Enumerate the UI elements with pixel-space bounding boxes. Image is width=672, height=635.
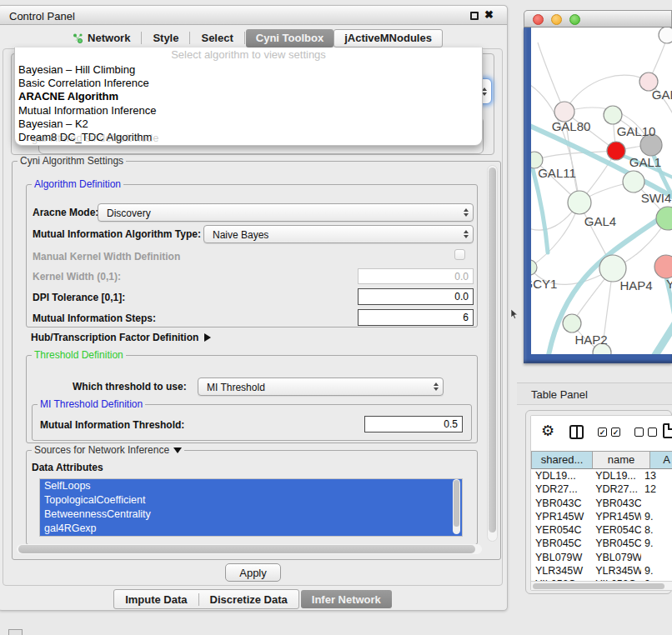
table-body: YDL19...YDL19...13YDR27...YDR27...12YBR0… [531,469,672,582]
tab-strip: NetworkStyleSelectCyni ToolboxjActiveMNo… [0,28,505,48]
settings-horizontal-scrollbar[interactable] [17,544,482,554]
table-row[interactable]: YBR045CYBR045C9. [531,537,672,550]
table-cell: 9. [641,510,672,523]
table-cell: YPR145W [588,510,641,523]
collapse-arrow-icon [173,448,182,453]
network-canvas[interactable]: GAL8GAL80GAL10GAL1GAL11SWI4GAL4GCY1HAP4Y… [531,28,672,354]
table-horizontal-scrollbar[interactable] [531,581,672,590]
mi-algorithm-type-combobox[interactable]: Naive Bayes [203,225,474,243]
dropdown-item-bayesian-hill-climbing[interactable]: Bayesian – Hill Climbing [15,63,482,77]
apply-button[interactable]: Apply [225,563,281,582]
attributes-list-scrollbar[interactable] [453,479,460,534]
node-red[interactable] [607,142,625,160]
sources-group: Sources for Network Inference Data Attri… [26,450,478,545]
node-salmon[interactable] [654,255,672,278]
threshold-definition-title: Threshold Definition [32,349,126,361]
sources-title[interactable]: Sources for Network Inference [32,444,184,456]
table-row[interactable]: YPR145WYPR145W9. [531,510,672,523]
app-root: Control Panel ✖ NetworkStyleSelectCyni T… [0,0,672,635]
table-cell: YLR345W [588,564,641,578]
mi-threshold-definition-group: MI Threshold Definition Mutual Informati… [32,404,472,441]
mi-threshold-definition-title: MI Threshold Definition [38,398,145,410]
table-row[interactable]: YBR043CYBR043C [531,497,672,510]
tab-cyni-toolbox[interactable]: Cyni Toolbox [246,29,333,48]
dropdown-item-mutual-information-inference[interactable]: Mutual Information Inference [15,104,482,118]
deselect-all-checkbox-icon[interactable] [648,428,657,437]
network-edge[interactable] [564,75,649,112]
column-header-name[interactable]: name [593,451,650,469]
minimize-traffic-light[interactable] [551,14,562,25]
tab-style[interactable]: Style [143,29,188,48]
settings-vertical-scrollbar[interactable] [487,165,498,542]
node-label-hap4: HAP4 [619,278,652,292]
export-table-icon[interactable] [663,423,672,438]
deselect-all-checkbox-icon[interactable] [634,428,644,437]
tab-infer-network[interactable]: Infer Network [301,590,392,608]
dropdown-item-aracne-algorithm[interactable]: ARACNE Algorithm [15,90,482,103]
table-cell: YBL079W [588,551,641,564]
minimized-panel-icon[interactable] [8,629,23,635]
kernel-width-field [358,268,474,284]
tab-jactivemnodules[interactable]: jActiveMNodules [333,29,443,48]
algorithm-dropdown: Select algorithm to view settings Bayesi… [14,48,483,146]
mi-algorithm-type-label: Mutual Information Algorithm Type: [33,228,201,240]
node-swi4[interactable] [656,207,672,230]
dpi-tolerance-field[interactable] [358,288,474,305]
network-icon [73,32,83,44]
select-all-checkbox-icon[interactable]: ✓ [598,428,607,437]
node-hap2[interactable] [563,314,581,332]
node-partial-top[interactable] [659,28,672,43]
network-svg: GAL8GAL80GAL10GAL1GAL11SWI4GAL4GCY1HAP4Y… [531,28,672,354]
select-all-checkbox-icon[interactable]: ✓ [611,428,620,437]
hub-definition-expander[interactable]: Hub/Transcription Factor Definition [31,332,211,343]
dropdown-item-basic-correlation-inference[interactable]: Basic Correlation Inference [15,77,482,90]
node-gal10[interactable] [604,106,622,124]
tab-separator [189,32,190,44]
table-row[interactable]: YBL079WYBL079W [531,551,672,564]
table-row[interactable]: YDR27...YDR27...12 [531,482,672,496]
mi-steps-label: Mutual Information Steps: [33,312,156,324]
node-gal1[interactable] [623,171,644,192]
close-traffic-light[interactable] [533,14,544,25]
network-edge-highlighted[interactable] [533,169,548,252]
aracne-mode-combobox[interactable]: Discovery [98,203,474,222]
split-columns-icon[interactable] [569,425,584,439]
close-icon[interactable]: ✖ [484,8,494,21]
node-label-gal4: GAL4 [584,214,616,228]
list-item-selfloops[interactable]: SelfLoops [40,479,462,493]
mi-threshold-field[interactable] [364,416,463,432]
column-header-a[interactable]: A [650,451,672,469]
tab-select[interactable]: Select [191,29,243,48]
table-cell: YBR043C [531,497,588,510]
node-gal4[interactable] [568,191,591,214]
sources-title-text: Sources for Network Inference [34,444,169,456]
network-window-titlebar[interactable] [524,10,672,28]
table-cell: YDR27... [531,482,588,496]
node-label-y: Y [666,277,672,291]
tab-separator [141,32,142,44]
tab-impute-data[interactable]: Impute Data [114,590,198,608]
table-cell: YBR045C [531,537,588,550]
float-window-icon[interactable] [470,12,479,20]
tab-discretize-data[interactable]: Discretize Data [199,590,298,608]
dropdown-item-bayesian-k2[interactable]: Bayesian – K2 [15,118,482,131]
column-header-shared[interactable]: shared... [531,451,593,469]
gear-icon[interactable]: ⚙ [541,423,554,438]
tab-network[interactable]: Network [63,29,140,48]
threshold-definition-group: Threshold Definition Which threshold to … [26,355,478,443]
table-row[interactable]: YDL19...YDL19...13 [531,469,672,482]
list-item-topologicalcoefficient[interactable]: TopologicalCoefficient [40,493,462,508]
list-item-betweennesscentrality[interactable]: BetweennessCentrality [40,508,462,522]
table-row[interactable]: YER054CYER054C8. [531,523,672,537]
mi-steps-field[interactable] [358,309,474,326]
table-row[interactable]: YLR345WYLR345W9. [531,564,672,578]
zoom-traffic-light[interactable] [569,14,580,25]
which-threshold-combobox[interactable]: MI Threshold [198,378,444,396]
network-edge-highlighted[interactable] [653,314,672,354]
data-attributes-list: SelfLoopsTopologicalCoefficientBetweenne… [39,478,463,537]
table-header-row: shared...nameA [531,451,672,469]
network-edge[interactable] [538,42,564,112]
list-item-gal4rgexp[interactable]: gal4RGexp [40,522,462,536]
tab-label: Cyni Toolbox [256,32,323,44]
node-label-hap2: HAP2 [574,332,607,347]
